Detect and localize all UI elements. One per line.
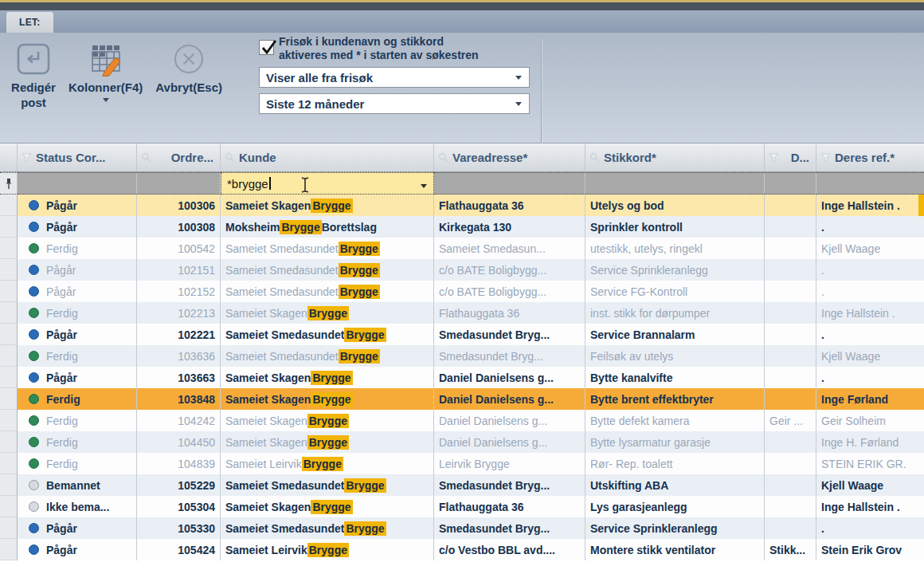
row-indicator[interactable] [0, 302, 18, 324]
status-label: Ferdig [46, 458, 78, 470]
status-dot [29, 372, 39, 383]
row-indicator[interactable] [0, 281, 18, 302]
frisok-scope-dropdown[interactable]: Viser alle fra frisøk [259, 67, 530, 88]
table-row[interactable]: Ferdig103636Sameiet Smedasundet BryggeSm… [0, 345, 924, 367]
cell-kunde: Sameiet Skagen Brygge [221, 431, 434, 453]
cancel-esc-button[interactable]: Avbryt(Esc) [149, 36, 229, 111]
cell-ordre: 105424 [137, 539, 221, 560]
cell-d [765, 431, 816, 453]
cell-stikkord: Service Brannalarm [585, 324, 765, 345]
table-row[interactable]: Pågår102221Sameiet Smedasundet BryggeSme… [0, 324, 924, 345]
filter-cell-status[interactable] [18, 172, 137, 195]
match-highlight [918, 195, 924, 216]
kunde-text: Sameiet Skagen [225, 501, 311, 513]
column-header-vareadresse[interactable]: Vareadresse* [434, 143, 585, 171]
cell-d: Stikk... [765, 539, 816, 560]
row-indicator[interactable] [0, 410, 18, 431]
row-indicator[interactable] [0, 345, 18, 367]
column-header-label: Ordre... [171, 151, 213, 164]
cell-d [765, 195, 816, 216]
row-indicator[interactable] [0, 388, 18, 410]
cell-kunde: Sameiet Smedasundet Brygge [221, 281, 434, 302]
cell-status: Ferdig [18, 302, 137, 324]
cell-d [765, 345, 816, 367]
table-row[interactable]: Pågår105330Sameiet Smedasundet BryggeSme… [0, 517, 924, 539]
cell-ordre: 103663 [137, 367, 221, 388]
row-indicator[interactable] [0, 474, 18, 496]
row-indicator[interactable] [0, 453, 18, 474]
filter-cell-deres-ref[interactable] [816, 172, 924, 195]
table-row[interactable]: Ferdig102213Sameiet Skagen BryggeFlathau… [0, 302, 924, 324]
cell-stikkord: Bytte defekt kamera [585, 410, 765, 431]
table-row[interactable]: Ferdig100542Sameiet Smedasundet BryggeSa… [0, 238, 924, 259]
row-indicator[interactable] [0, 324, 18, 345]
status-dot [29, 351, 39, 361]
status-dot [29, 458, 39, 469]
row-indicator[interactable] [0, 238, 18, 259]
column-header-d[interactable]: D... [765, 143, 816, 171]
cell-d [765, 324, 816, 345]
table-row[interactable]: Pågår100306Sameiet Skagen BryggeFlathaug… [0, 195, 924, 216]
filter-cell-ordre[interactable] [137, 172, 221, 195]
column-header-kunde[interactable]: Kunde [221, 143, 434, 171]
tab-let[interactable]: LET: [6, 12, 53, 33]
match-highlight: Brygge [302, 457, 343, 471]
status-dot [29, 523, 39, 533]
column-header-ordre[interactable]: Ordre... [137, 143, 221, 171]
text-caret [269, 177, 271, 190]
cell-stikkord: utestikk, utelys, ringekl [585, 238, 765, 259]
table-row[interactable]: Pågår105424Sameiet Leirvik Bryggec/o Ves… [0, 539, 924, 560]
ibeam-mouse-cursor [300, 176, 311, 194]
table-row[interactable]: Pågår103663Sameiet Skagen BryggeDaniel D… [0, 367, 924, 388]
column-header-deres-ref[interactable]: Deres ref.* [816, 143, 924, 171]
table-row[interactable]: Bemannet105229Sameiet Smedasundet Brygge… [0, 474, 924, 496]
cell-kunde: Moksheim Brygge Borettslag [221, 216, 434, 238]
kunde-text: Sameiet Smedasundet [225, 479, 344, 492]
period-dropdown[interactable]: Siste 12 måneder [259, 93, 530, 114]
filter-cell-stikkord[interactable] [585, 172, 765, 195]
table-row[interactable]: Ferdig104839Sameiet Leirvik BryggeLeirvi… [0, 453, 924, 474]
cell-status: Bemannet [18, 474, 137, 496]
kunde-text: Sameiet Skagen [225, 415, 307, 427]
column-header-status[interactable]: Status Cor... [18, 143, 137, 171]
cell-d [765, 259, 816, 281]
status-label: Pågår [46, 544, 77, 556]
table-row[interactable]: Pågår102152Sameiet Smedasundet Bryggec/o… [0, 281, 924, 302]
kunde-filter-input[interactable]: *brygge [221, 172, 434, 195]
row-indicator[interactable] [0, 517, 18, 539]
cell-status: Pågår [18, 281, 137, 302]
column-header-rowindicator [0, 143, 18, 171]
column-header-stikkord[interactable]: Stikkord* [585, 143, 765, 171]
match-highlight: Brygge [307, 306, 349, 320]
row-indicator[interactable] [0, 431, 18, 453]
edit-post-button[interactable]: Redigér post [5, 36, 62, 111]
cell-vareadresse: Daniel Danielsens g... [434, 367, 585, 388]
columns-f4-button[interactable]: Kolonner(F4) [62, 36, 149, 111]
match-highlight: Brygge [311, 371, 352, 385]
cell-stikkord: Bytte lysarmatur garasje [585, 431, 765, 453]
orders-grid: Status Cor... Ordre... Kunde Vareadresse… [0, 143, 924, 566]
row-indicator[interactable] [0, 195, 18, 216]
status-label: Pågår [46, 285, 76, 298]
filter-cell-d[interactable] [765, 172, 816, 195]
row-indicator[interactable] [0, 216, 18, 238]
row-indicator[interactable] [0, 539, 18, 560]
kunde-text: Sameiet Skagen [225, 371, 311, 384]
row-indicator[interactable] [0, 367, 18, 388]
cell-d [765, 453, 816, 474]
cell-deres-ref: STEIN ERIK GR. [816, 453, 924, 474]
match-highlight: Brygge [339, 242, 380, 256]
frisok-checkbox[interactable] [259, 40, 274, 55]
cell-stikkord: Montere stikk ventilator [585, 539, 765, 560]
table-row[interactable]: Pågår102151Sameiet Smedasundet Bryggec/o… [0, 259, 924, 281]
table-row[interactable]: Pågår100308Moksheim Brygge BorettslagKir… [0, 216, 924, 238]
table-row[interactable]: Ferdig104450Sameiet Skagen BryggeDaniel … [0, 431, 924, 453]
filter-cell-vareadresse[interactable] [434, 172, 585, 195]
table-row[interactable]: Ferdig103848Sameiet Skagen BryggeDaniel … [0, 388, 924, 410]
cell-deres-ref: Inge Førland [816, 388, 924, 410]
match-highlight: Brygge [311, 198, 352, 213]
table-row[interactable]: Ferdig104242Sameiet Skagen BryggeDaniel … [0, 410, 924, 431]
row-indicator[interactable] [0, 496, 18, 517]
row-indicator[interactable] [0, 259, 18, 281]
table-row[interactable]: Ikke bema...105304Sameiet Skagen BryggeF… [0, 496, 924, 517]
